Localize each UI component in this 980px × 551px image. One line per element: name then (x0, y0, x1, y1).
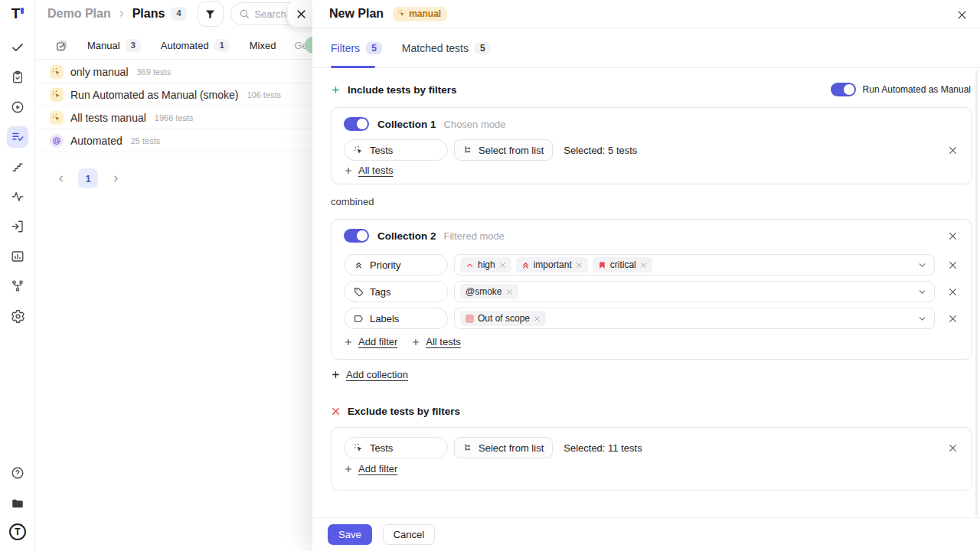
tests-field[interactable]: Tests (344, 139, 448, 161)
include-heading: Include tests by filters (348, 84, 457, 96)
manual-plan-icon (50, 88, 64, 102)
check-icon (11, 41, 24, 54)
help-button[interactable] (7, 462, 28, 484)
automated-plan-icon (50, 134, 64, 148)
remove-chip-icon[interactable] (506, 289, 513, 295)
remove-chip-icon[interactable] (499, 262, 506, 269)
label-icon (354, 314, 364, 324)
sidebar-item-activity[interactable] (7, 186, 28, 207)
sidebar-item-branches[interactable] (7, 276, 28, 297)
collection-2-toggle[interactable] (344, 229, 369, 243)
chevron-left-icon (56, 174, 66, 184)
collection-1-card: Collection 1 Chosen mode Tests Select fr… (331, 107, 972, 184)
tag-chip-smoke[interactable]: @smoke (460, 284, 518, 299)
add-filter-link[interactable]: Add filter (344, 463, 397, 474)
page-number[interactable]: 1 (78, 168, 98, 188)
manual-pointer-icon (354, 145, 364, 155)
page-title: Plans (132, 7, 165, 21)
close-icon (948, 260, 958, 270)
labels-values-select[interactable]: Out of scope (454, 308, 935, 329)
matched-count-badge: 5 (475, 42, 491, 54)
pagination: 1 (35, 168, 126, 188)
plus-icon (344, 465, 353, 474)
plus-icon (331, 370, 341, 380)
plus-icon (331, 85, 341, 95)
tags-field[interactable]: Tags (344, 281, 448, 302)
sidebar-item-suites[interactable] (7, 67, 28, 88)
clipboard-check-icon (11, 70, 24, 84)
new-plan-panel: New Plan manual Filters 5 Matched tests … (312, 0, 980, 551)
save-button[interactable]: Save (328, 524, 372, 545)
account-logo[interactable]: T (9, 523, 26, 540)
cancel-button[interactable]: Cancel (383, 524, 435, 545)
select-all-icon[interactable] (55, 40, 67, 52)
sidebar-item-milestones[interactable] (7, 156, 28, 178)
priority-chip-critical[interactable]: critical (593, 257, 652, 272)
remove-filter-button[interactable] (946, 258, 959, 272)
plus-icon (344, 166, 353, 175)
tests-field[interactable]: Tests (344, 437, 448, 458)
tab-filters[interactable]: Filters 5 (331, 42, 382, 54)
search-icon (239, 8, 250, 19)
manual-pointer-icon (354, 443, 364, 453)
sidebar-item-settings[interactable] (7, 305, 28, 327)
all-tests-link[interactable]: All tests (344, 165, 394, 176)
tab-automated[interactable]: Automated 1 (161, 39, 230, 52)
breadcrumb-parent[interactable]: Demo Plan (47, 7, 111, 21)
remove-filter-button[interactable] (946, 143, 959, 157)
sidebar-item-analytics[interactable] (7, 246, 28, 267)
app-logo[interactable]: T (0, 5, 35, 23)
collection-1-name: Collection 1 (377, 119, 436, 130)
filters-count-badge: 5 (366, 42, 382, 54)
priority-filter-row: Priority high important cr (344, 254, 959, 276)
remove-chip-icon[interactable] (576, 262, 583, 269)
chevron-down-icon (917, 287, 927, 297)
close-panel-button[interactable] (954, 7, 969, 22)
tags-values-select[interactable]: @smoke (454, 281, 935, 302)
priority-chip-high[interactable]: high (460, 257, 511, 272)
panel-header: New Plan manual (312, 0, 980, 28)
priority-values-select[interactable]: high important critical (454, 254, 935, 276)
remove-filter-button[interactable] (946, 285, 959, 298)
remove-collection-button[interactable] (946, 229, 959, 243)
tab-manual[interactable]: Manual 3 (87, 39, 141, 52)
close-icon (948, 287, 958, 297)
label-chip-out-of-scope[interactable]: Out of scope (460, 311, 546, 326)
sidebar-item-runs[interactable] (7, 96, 28, 118)
remove-filter-button[interactable] (946, 311, 959, 325)
gear-icon (11, 309, 25, 324)
projects-button[interactable] (7, 493, 28, 514)
tab-mixed[interactable]: Mixed (250, 40, 276, 51)
sidebar-item-tests[interactable] (7, 37, 28, 58)
clear-search-button[interactable] (294, 7, 308, 21)
close-icon (948, 314, 958, 324)
tab-manual-count: 3 (126, 39, 141, 52)
sidebar-item-import[interactable] (7, 216, 28, 237)
panel-scrollbar-track[interactable] (975, 70, 978, 516)
labels-field[interactable]: Labels (344, 308, 448, 329)
select-from-list-button[interactable]: Select from list (454, 139, 553, 161)
remove-filter-button[interactable] (946, 441, 959, 455)
filter-button[interactable] (198, 1, 224, 27)
labels-filter-row: Labels Out of scope (344, 308, 959, 329)
remove-chip-icon[interactable] (534, 315, 541, 322)
remove-chip-icon[interactable] (640, 262, 647, 269)
app: T (0, 0, 980, 551)
plus-icon (411, 337, 420, 347)
all-tests-link[interactable]: All tests (411, 336, 461, 347)
priority-chip-important[interactable]: important (516, 257, 588, 272)
bookmark-icon (598, 261, 606, 269)
priority-field[interactable]: Priority (344, 254, 448, 276)
git-fork-icon (11, 279, 24, 293)
prev-page-button[interactable] (51, 168, 70, 188)
next-page-button[interactable] (106, 168, 126, 188)
select-from-list-button[interactable]: Select from list (454, 437, 553, 458)
exclude-card: Tests Select from list Selected: 11 test… (331, 427, 972, 491)
tab-matched-tests[interactable]: Matched tests 5 (402, 42, 491, 54)
sidebar-item-plans[interactable] (7, 126, 28, 148)
collection-1-toggle[interactable] (344, 117, 369, 131)
run-automated-toggle[interactable] (831, 83, 856, 96)
add-collection-link[interactable]: Add collection (331, 369, 408, 380)
add-filter-link[interactable]: Add filter (344, 336, 397, 347)
close-icon (296, 8, 307, 20)
